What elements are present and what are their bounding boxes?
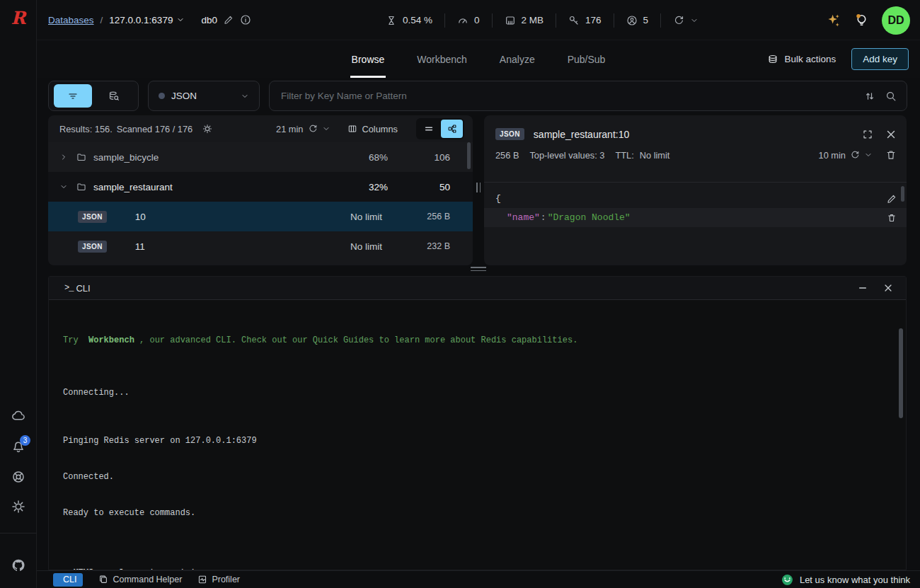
edit-json-pencil-icon[interactable]: [887, 194, 897, 204]
key-folder-row-sample-restaurant[interactable]: sample_restaurant 32% 50: [48, 172, 473, 202]
folder-key-count: 50: [388, 182, 450, 192]
type-dot-icon: [159, 93, 165, 99]
help-center-icon[interactable]: [11, 470, 25, 484]
folder-percent: 68%: [324, 152, 388, 163]
list-tree-view-switch: [416, 118, 464, 139]
columns-toggle[interactable]: Columns: [347, 124, 398, 134]
last-refresh-time: 21 min: [276, 124, 303, 134]
cloud-icon[interactable]: [11, 408, 25, 422]
keys-list-panel: Results: 156. Scanned 176 / 176 21 min C…: [48, 115, 473, 265]
key-size: 256 B: [495, 150, 519, 161]
chevron-down-icon[interactable]: [59, 183, 76, 191]
close-detail-icon[interactable]: [885, 129, 897, 140]
detail-panel-scrollbar[interactable]: [901, 186, 904, 202]
filter-by-pattern-button[interactable]: [54, 84, 92, 108]
key-name: 10: [135, 212, 297, 222]
db-nav-tabbar: Browse Workbench Analyze Pub/Sub Bulk ac…: [37, 40, 920, 78]
panel-vertical-resize-handle[interactable]: [473, 115, 484, 265]
folder-name: sample_restaurant: [93, 182, 324, 192]
tree-view-button[interactable]: [441, 120, 463, 138]
tab-pubsub[interactable]: Pub/Sub: [566, 40, 607, 78]
key-detail-panel: JSON sample_restaurant:10 256 B Top-leve…: [484, 115, 907, 265]
panel-horizontal-resize-handle[interactable]: [467, 267, 490, 272]
detail-refresh-time: 10 min: [819, 150, 846, 161]
cli-command: > KEYS sample_restaurant:*: [63, 567, 889, 570]
key-detail-name[interactable]: sample_restaurant:10: [534, 129, 629, 140]
github-icon[interactable]: [11, 558, 25, 572]
json-open-brace-line: {: [484, 189, 907, 208]
search-icon[interactable]: [885, 91, 897, 102]
edit-db-alias-pencil-icon[interactable]: [224, 15, 234, 25]
close-cli-icon[interactable]: [883, 283, 893, 293]
connected-clients-metric: 5: [626, 15, 649, 26]
keys-auto-refresh-control[interactable]: 21 min: [276, 124, 330, 134]
cpu-usage-icon: [386, 15, 397, 26]
notifications-bell-icon[interactable]: 3: [11, 440, 25, 454]
key-name: 11: [135, 241, 297, 252]
bulk-actions-button[interactable]: Bulk actions: [767, 54, 836, 65]
copilot-sparkles-icon[interactable]: [826, 13, 841, 28]
key-row-10-selected[interactable]: JSON 10 No limit 256 B: [48, 202, 473, 231]
search-by-values-button[interactable]: [95, 84, 133, 108]
tab-workbench[interactable]: Workbench: [415, 40, 468, 78]
key-type-badge: JSON: [78, 241, 107, 253]
cli-title: >_ CLI: [64, 283, 91, 294]
folder-icon: [76, 152, 93, 162]
database-search-icon: [108, 91, 120, 102]
profiler-tab[interactable]: Profiler: [197, 575, 240, 584]
left-sidebar: R 3: [0, 0, 37, 588]
list-view-icon: [424, 124, 434, 134]
throughput-gauge-icon: [457, 15, 468, 26]
fullscreen-expand-icon[interactable]: [862, 129, 873, 140]
tab-analyze[interactable]: Analyze: [498, 40, 536, 78]
key-filter-input[interactable]: [280, 90, 854, 102]
cli-line: Connecting...: [63, 387, 889, 399]
key-row-11[interactable]: JSON 11 No limit 232 B: [48, 231, 473, 261]
instance-selector[interactable]: 127.0.0.1:6379: [109, 15, 185, 25]
memory-metric: 2 MB: [505, 15, 544, 26]
key-type-badge: JSON: [78, 211, 107, 223]
bottom-tool-bar: CLI Command Helper Profiler Let us know …: [37, 570, 920, 588]
command-helper-tab[interactable]: Command Helper: [98, 575, 182, 584]
folder-name: sample_bicycle: [93, 152, 324, 163]
feedback-link[interactable]: Let us know what you think: [781, 574, 910, 586]
keys-list-scrollbar[interactable]: [467, 142, 471, 169]
user-avatar[interactable]: DD: [882, 6, 910, 35]
detail-auto-refresh-control[interactable]: 10 min: [819, 150, 873, 161]
key-folder-row-sample-bicycle[interactable]: sample_bicycle 68% 106: [48, 142, 473, 172]
chevron-right-icon[interactable]: [59, 153, 76, 161]
db-info-icon[interactable]: [240, 14, 251, 25]
add-key-button[interactable]: Add key: [851, 48, 909, 70]
ttl-value[interactable]: No limit: [640, 150, 670, 161]
commands-metric: 0: [457, 15, 480, 26]
delete-json-field-trash-icon[interactable]: [887, 213, 897, 223]
breadcrumb-databases-link[interactable]: Databases: [48, 15, 94, 25]
cli-bottom-tab[interactable]: CLI: [53, 573, 83, 587]
instance-address: 127.0.0.1:6379: [109, 15, 173, 25]
sort-arrows-icon[interactable]: [864, 91, 875, 102]
keys-list-header: Results: 156. Scanned 176 / 176 21 min C…: [48, 115, 473, 142]
redis-logo-icon[interactable]: R: [8, 8, 28, 28]
chevron-down-icon: [176, 16, 185, 24]
list-view-button[interactable]: [418, 120, 439, 138]
json-field-key: "name": [507, 212, 540, 223]
json-field-row[interactable]: "name" : "Dragon Noodle": [484, 208, 907, 227]
key-type-badge: JSON: [495, 128, 524, 140]
whats-new-lightbulb-icon[interactable]: [854, 13, 869, 28]
json-colon: :: [540, 212, 548, 223]
top-header: Databases / 127.0.0.1:6379 db0 0.54 %: [37, 0, 920, 40]
tab-browse[interactable]: Browse: [350, 40, 386, 78]
profiler-icon: [197, 575, 207, 584]
cli-scrollbar[interactable]: [899, 328, 903, 418]
breadcrumb: Databases / 127.0.0.1:6379 db0: [37, 14, 251, 25]
scan-settings-gear-icon[interactable]: [202, 124, 212, 134]
key-type-select[interactable]: JSON: [148, 81, 260, 111]
selected-key-type: JSON: [171, 91, 197, 101]
key-ttl: No limit: [297, 241, 382, 252]
delete-key-trash-icon[interactable]: [885, 149, 897, 161]
workbench-link[interactable]: Workbench: [88, 335, 134, 345]
settings-gear-icon[interactable]: [11, 500, 25, 514]
metrics-refresh-control[interactable]: [673, 15, 698, 26]
cli-output[interactable]: Try Workbench , our advanced CLI. Check …: [49, 300, 906, 570]
minimize-cli-icon[interactable]: [858, 283, 868, 293]
